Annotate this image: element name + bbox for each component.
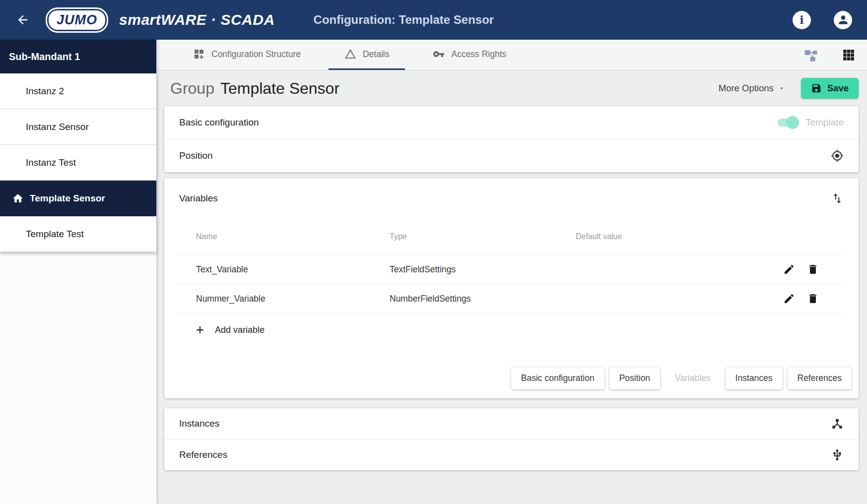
references-usb-button[interactable]: [831, 448, 844, 461]
back-button[interactable]: [13, 10, 33, 30]
swap-vert-icon: [831, 192, 844, 205]
instances-label: Instances: [179, 418, 219, 429]
table-row-text-variable[interactable]: Text_Variable TextFieldSettings: [164, 255, 859, 284]
account-button[interactable]: [834, 11, 852, 29]
template-toggle[interactable]: [778, 119, 798, 126]
sidebar-item-label: Template Sensor: [30, 193, 105, 204]
more-options-label: More Options: [719, 83, 774, 94]
sidebar-item-template-test[interactable]: Template Test: [0, 216, 156, 252]
tab-label: Access Rights: [451, 49, 506, 60]
chevron-down-icon: [778, 85, 785, 92]
add-variable-button[interactable]: Add variable: [164, 314, 859, 346]
column-header-type: Type: [390, 232, 576, 241]
trash-icon: [807, 293, 819, 305]
table-row-nummer-variable[interactable]: Nummer_Variable NumberFieldSettings: [164, 284, 859, 313]
reorder-variables-button[interactable]: [831, 192, 844, 205]
section-shortcut-buttons: Basic configuration Position Variables I…: [164, 367, 859, 398]
instances-hub-button[interactable]: [831, 417, 844, 430]
back-arrow-icon: [16, 13, 30, 27]
info-icon: i: [800, 13, 803, 26]
page-header: Group Template Sensor More Options: [156, 70, 867, 106]
variables-label: Variables: [179, 193, 218, 204]
shortcut-instances-button[interactable]: Instances: [726, 367, 783, 389]
tab-configuration-structure[interactable]: Configuration Structure: [177, 40, 317, 70]
topbar: JUMO smartWARE · SCADA Configuration: Te…: [0, 0, 867, 40]
dashboard-customize-icon: [193, 48, 205, 60]
grid-view-button[interactable]: [842, 49, 855, 62]
page-title: Configuration: Template Sensor: [314, 13, 494, 27]
pencil-icon: [783, 263, 795, 275]
shortcut-basic-configuration-button[interactable]: Basic configuration: [511, 367, 604, 389]
pencil-icon: [783, 293, 795, 305]
variable-name: Text_Variable: [196, 264, 390, 275]
sidebar-item-label: Instanz Test: [26, 157, 76, 168]
home-icon: [12, 192, 24, 204]
apps-grid-icon: [842, 49, 855, 62]
instances-row[interactable]: Instances: [164, 408, 859, 439]
edit-variable-button[interactable]: [783, 293, 795, 305]
delete-variable-button[interactable]: [807, 293, 819, 305]
variables-header-row: Variables: [164, 178, 859, 219]
card-instances-references: Instances References: [164, 408, 859, 470]
trash-icon: [807, 263, 819, 275]
save-label: Save: [827, 83, 849, 94]
shortcut-position-button[interactable]: Position: [609, 367, 660, 389]
references-row[interactable]: References: [164, 440, 859, 470]
jumo-logo-text: JUMO: [57, 12, 97, 27]
jumo-logo: JUMO: [46, 7, 108, 33]
save-button[interactable]: Save: [801, 78, 859, 99]
basic-configuration-label: Basic configuration: [179, 117, 259, 128]
position-target-button[interactable]: [831, 149, 844, 162]
sidebar-nav: Instanz 2 Instanz Sensor Instanz Test Te…: [0, 73, 156, 252]
toggle-thumb: [786, 116, 799, 129]
tab-label: Details: [363, 49, 390, 60]
tree-view-button[interactable]: [803, 48, 818, 63]
sidebar-item-instanz-test[interactable]: Instanz Test: [0, 145, 156, 181]
warning-icon: [344, 48, 356, 60]
group-title-name: Template Sensor: [220, 79, 339, 98]
sidebar-item-label: Instanz 2: [26, 86, 64, 97]
position-row[interactable]: Position: [164, 139, 859, 172]
plus-icon: [194, 324, 206, 336]
tab-access-rights[interactable]: Access Rights: [417, 40, 522, 70]
group-title: Group Template Sensor: [170, 79, 339, 98]
variable-name: Nummer_Variable: [196, 294, 390, 304]
edit-variable-button[interactable]: [783, 263, 795, 275]
basic-configuration-row[interactable]: Basic configuration Template: [164, 106, 859, 139]
tabbar: Configuration Structure Details Access R…: [156, 40, 867, 70]
shortcut-references-button[interactable]: References: [788, 367, 852, 389]
header-actions: More Options Save: [719, 78, 859, 99]
sidebar: Sub-Mandant 1 Instanz 2 Instanz Sensor I…: [0, 40, 156, 504]
key-icon: [433, 48, 445, 60]
save-icon: [811, 83, 822, 94]
topbar-actions: i: [793, 11, 852, 29]
usb-icon: [831, 448, 844, 461]
product-name: smartWARE · SCADA: [119, 11, 275, 28]
tabbar-icons: [803, 40, 867, 70]
position-label: Position: [179, 150, 213, 161]
sidebar-item-label: Instanz Sensor: [26, 122, 89, 132]
tab-details[interactable]: Details: [329, 40, 405, 70]
card-basic-configuration: Basic configuration Template Position: [164, 106, 859, 172]
my-location-icon: [831, 149, 844, 162]
info-button[interactable]: i: [793, 11, 811, 29]
add-variable-label: Add variable: [215, 325, 265, 335]
sidebar-item-template-sensor[interactable]: Template Sensor: [0, 181, 156, 216]
card-variables: Variables Name Type Default value: [164, 178, 859, 398]
group-title-prefix: Group: [170, 79, 214, 98]
template-toggle-label: Template: [805, 117, 844, 128]
more-options-button[interactable]: More Options: [719, 83, 785, 94]
device-hub-icon: [831, 417, 844, 430]
variable-type: NumberFieldSettings: [390, 294, 576, 304]
variable-type: TextFieldSettings: [390, 264, 576, 275]
sidebar-header: Sub-Mandant 1: [0, 40, 156, 73]
variables-table-header: Name Type Default value: [164, 219, 859, 254]
sidebar-item-instanz-2[interactable]: Instanz 2: [0, 73, 156, 109]
schema-tree-icon: [803, 48, 818, 63]
app-window: JUMO smartWARE · SCADA Configuration: Te…: [0, 0, 867, 504]
delete-variable-button[interactable]: [807, 263, 819, 275]
sidebar-item-instanz-sensor[interactable]: Instanz Sensor: [0, 109, 156, 145]
tab-label: Configuration Structure: [211, 49, 301, 60]
sidebar-item-label: Template Test: [26, 229, 84, 240]
shortcut-variables-button: Variables: [665, 367, 721, 389]
